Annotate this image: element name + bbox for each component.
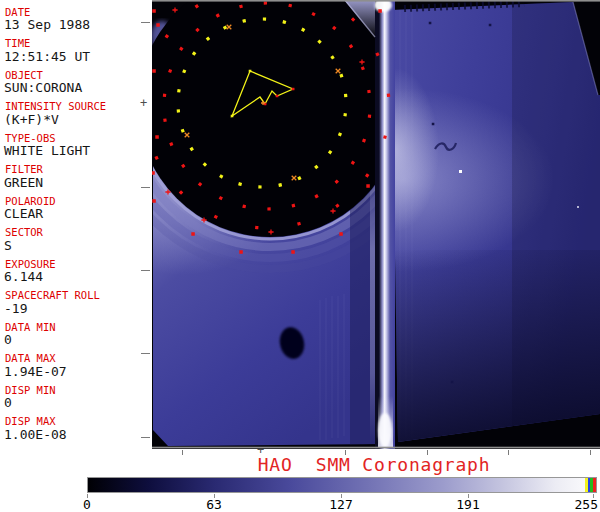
colorbar-tick-label: 63 <box>206 497 222 512</box>
field-value: (K+F)*V <box>4 113 59 126</box>
field-label: TIME <box>5 38 30 48</box>
field-value: SUN:CORONA <box>4 81 82 94</box>
field-value: CLEAR <box>4 207 43 220</box>
field-label: DATE <box>5 7 30 17</box>
field-value: S <box>4 239 12 252</box>
field-label: DISP MIN <box>5 385 56 395</box>
field-label: POLAROID <box>5 196 56 206</box>
colorbar-overflow-stripe-red <box>593 478 596 492</box>
field-label: EXPOSURE <box>5 259 56 269</box>
field-value: GREEN <box>4 176 43 189</box>
image-title: HAO SMM Coronagraph <box>258 454 491 475</box>
axis-tick-left <box>141 353 150 354</box>
metadata-sidebar: DATE13 Sep 1988TIME12:51:45 UTOBJECTSUN:… <box>0 0 152 450</box>
colorbar-tick-label: 255 <box>575 497 598 512</box>
field-label: INTENSITY SOURCE <box>5 101 106 111</box>
colorbar-tick-label: 191 <box>456 497 479 512</box>
field-value: 1.94E-07 <box>4 365 67 378</box>
axis-tick-left <box>141 187 150 188</box>
field-value: 12:51:45 UT <box>4 50 90 63</box>
field-label: DATA MIN <box>5 322 56 332</box>
field-value: -19 <box>4 302 27 315</box>
field-value: 1.00E-08 <box>4 428 67 441</box>
coronagraph-image <box>152 0 600 449</box>
field-label: SECTOR <box>5 227 43 237</box>
field-label: OBJECT <box>5 70 43 80</box>
field-label: DISP MAX <box>5 416 56 426</box>
pylon-streak <box>374 0 395 449</box>
field-label: TYPE-OBS <box>5 133 56 143</box>
field-label: FILTER <box>5 164 43 174</box>
field-value: 0 <box>4 396 12 409</box>
axis-tick-bottom <box>182 450 183 455</box>
field-label: SPACECRAFT ROLL <box>5 290 100 300</box>
axis-tick-left <box>141 22 150 23</box>
image-frame-top <box>152 0 600 2</box>
field-label: DATA MAX <box>5 353 56 363</box>
field-value: WHITE LIGHT <box>4 144 90 157</box>
bright-star-point <box>459 170 462 173</box>
field-value: 0 <box>4 333 12 346</box>
image-frame-bottom <box>152 447 600 449</box>
colorbar-gradient <box>87 477 597 493</box>
colorbar-tick-label: 0 <box>83 497 91 512</box>
coronagraph-viewer-window: DATE13 Sep 1988TIME12:51:45 UTOBJECTSUN:… <box>0 0 600 512</box>
axis-tick-left <box>141 437 150 438</box>
field-value: 6.144 <box>4 270 43 283</box>
axis-tick-bottom <box>508 450 509 455</box>
axis-tick-left <box>141 270 150 271</box>
axis-tick-bottom <box>590 450 591 455</box>
axis-cross-marker: + <box>140 97 147 109</box>
field-value: 13 Sep 1988 <box>4 18 90 31</box>
colorbar-tick-label: 127 <box>329 497 352 512</box>
